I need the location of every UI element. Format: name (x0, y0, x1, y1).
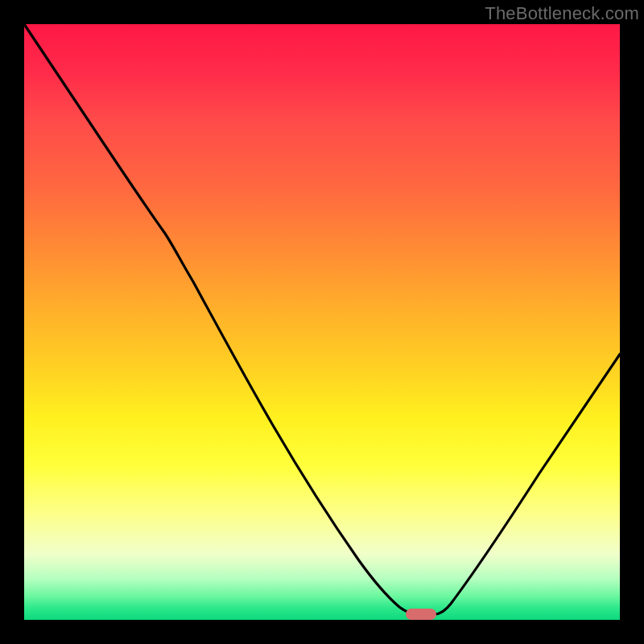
plot-area (24, 24, 620, 620)
chart-frame: TheBottleneck.com (0, 0, 644, 644)
bottleneck-curve (24, 24, 620, 620)
optimum-marker (406, 609, 436, 620)
watermark-text: TheBottleneck.com (485, 3, 639, 24)
curve-path (24, 24, 620, 614)
